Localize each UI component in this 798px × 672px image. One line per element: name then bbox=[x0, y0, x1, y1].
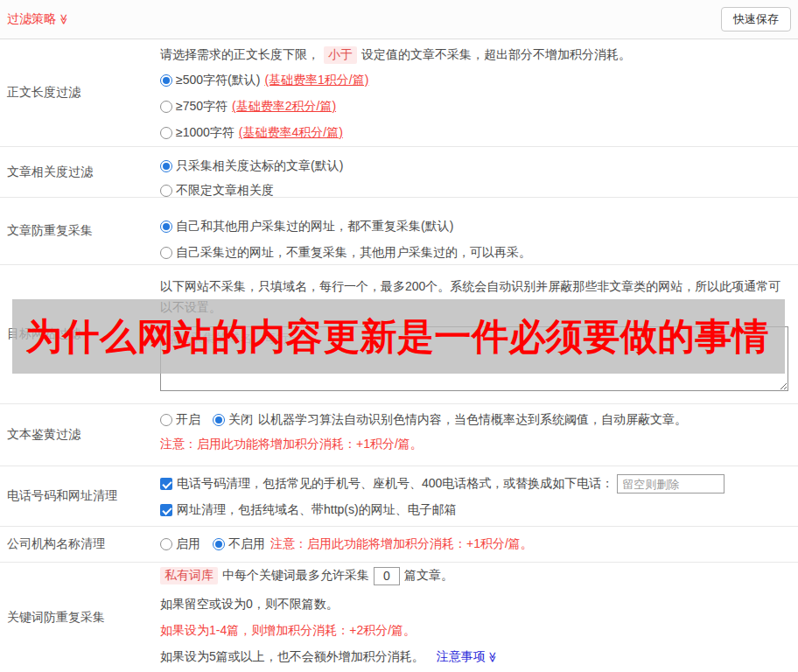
radio-option-relevance-default[interactable]: 只采集相关度达标的文章(默认) bbox=[160, 154, 791, 178]
keyword-limit-text: 中每个关键词最多允许采集 bbox=[222, 568, 369, 584]
radio-option-750[interactable]: ≥750字符 (基础费率2积分/篇) bbox=[160, 94, 791, 120]
replacement-phone-input[interactable] bbox=[617, 474, 724, 494]
section-content: 私有词库 中每个关键词最多允许采集 篇文章。 如果留空或设为0，则不限篇数。 如… bbox=[160, 563, 798, 672]
filter-strategy-page: 过滤策略 ≫ 快速保存 正文长度过滤 请选择需求的正文长度下限， 小于 设定值的… bbox=[0, 0, 798, 672]
radio-icon[interactable] bbox=[160, 414, 172, 426]
keyword-note-five-plus: 如果设为5篇或以上，也不会额外增加积分消耗。 注意事项 ≫ bbox=[160, 644, 791, 670]
radio-icon[interactable] bbox=[160, 538, 172, 550]
overlay-banner: 为什么网站的内容更新是一件必须要做的事情 bbox=[12, 299, 785, 374]
keyword-note-five-plus-text: 如果设为5篇或以上，也不会额外增加积分消耗。 bbox=[160, 649, 424, 665]
less-than-tag: 小于 bbox=[324, 46, 357, 64]
chevron-double-down-icon: ≫ bbox=[59, 14, 69, 25]
radio-label: 自己和其他用户采集过的网址，都不重复采集(默认) bbox=[176, 219, 453, 234]
radio-label: ≥750字符 bbox=[176, 99, 228, 115]
radio-label: 不限定文章相关度 bbox=[176, 183, 274, 199]
radio-label: ≥500字符(默认) bbox=[176, 73, 260, 88]
radio-label: 自己采集过的网址，不重复采集，其他用户采集过的，可以再采。 bbox=[176, 245, 531, 261]
top-bar: 过滤策略 ≫ 快速保存 bbox=[0, 0, 798, 39]
keyword-note-unlimited: 如果留空或设为0，则不限篇数。 bbox=[160, 592, 791, 618]
section-porn-filter: 文本鉴黄过滤 开启 关闭 以机器学习算法自动识别色情内容，当色情概率达到系统阈值… bbox=[0, 404, 798, 466]
radio-option-500[interactable]: ≥500字符(默认) (基础费率1积分/篇) bbox=[160, 67, 791, 94]
company-cost-note: 注意：启用此功能将增加积分消耗：+1积分/篇。 bbox=[270, 536, 533, 552]
notes-link[interactable]: 注意事项 ≫ bbox=[437, 649, 499, 665]
section-label: 文章相关度过滤 bbox=[0, 147, 160, 197]
radio-label: 只采集相关度达标的文章(默认) bbox=[176, 158, 343, 174]
checkbox-label: 电话号码清理，包括常见的手机号、座机号、400电话格式，或替换成如下电话： bbox=[177, 476, 613, 492]
radio-label: ≥1000字符 bbox=[176, 125, 234, 141]
section-label: 关键词防重复采集 bbox=[0, 563, 160, 672]
length-intro-pre: 请选择需求的正文长度下限， bbox=[160, 47, 319, 63]
radio-label-disable[interactable]: 不启用 bbox=[228, 536, 265, 552]
page-title[interactable]: 过滤策略 ≫ bbox=[7, 11, 70, 27]
radio-option-dedup-own[interactable]: 自己采集过的网址，不重复采集，其他用户采集过的，可以再采。 bbox=[160, 240, 791, 266]
chevron-double-down-icon: ≫ bbox=[487, 652, 498, 663]
checkbox-checked-icon[interactable] bbox=[160, 478, 172, 490]
length-intro: 请选择需求的正文长度下限， 小于 设定值的文章不采集，超出部分不增加积分消耗。 bbox=[160, 43, 791, 67]
section-label: 电话号码和网址清理 bbox=[0, 466, 160, 526]
radio-icon[interactable] bbox=[160, 220, 172, 233]
section-relevance-filter: 文章相关度过滤 只采集相关度达标的文章(默认) 不限定文章相关度 bbox=[0, 147, 798, 198]
notes-link-text: 注意事项 bbox=[437, 649, 486, 665]
section-content: 只采集相关度达标的文章(默认) 不限定文章相关度 bbox=[160, 147, 798, 197]
fee-note: (基础费率1积分/篇) bbox=[264, 73, 368, 88]
section-company-name-cleanup: 公司机构名称清理 启用 不启用 注意：启用此功能将增加积分消耗：+1积分/篇。 bbox=[0, 527, 798, 563]
keyword-limit-line: 私有词库 中每个关键词最多允许采集 篇文章。 bbox=[160, 564, 791, 587]
section-label: 文章防重复采集 bbox=[0, 198, 160, 264]
section-body-length-filter: 正文长度过滤 请选择需求的正文长度下限， 小于 设定值的文章不采集，超出部分不增… bbox=[0, 39, 798, 147]
section-content: 启用 不启用 注意：启用此功能将增加积分消耗：+1积分/篇。 bbox=[160, 527, 798, 562]
keyword-limit-input[interactable] bbox=[374, 567, 400, 585]
radio-label-off[interactable]: 关闭 bbox=[228, 412, 253, 428]
page-title-text: 过滤策略 bbox=[7, 11, 56, 27]
section-content: 自己和其他用户采集过的网址，都不重复采集(默认) 自己采集过的网址，不重复采集，… bbox=[160, 198, 798, 264]
radio-icon[interactable] bbox=[160, 247, 172, 259]
section-content: 开启 关闭 以机器学习算法自动识别色情内容，当色情概率达到系统阈值，自动屏蔽文章… bbox=[160, 404, 798, 466]
section-keyword-dedup: 关键词防重复采集 私有词库 中每个关键词最多允许采集 篇文章。 如果留空或设为0… bbox=[0, 563, 798, 672]
section-dedup-collection: 文章防重复采集 自己和其他用户采集过的网址，都不重复采集(默认) 自己采集过的网… bbox=[0, 198, 798, 265]
overlay-banner-text: 为什么网站的内容更新是一件必须要做的事情 bbox=[12, 318, 769, 355]
section-label: 公司机构名称清理 bbox=[0, 527, 160, 562]
porn-cost-note: 注意：启用此功能将增加积分消耗：+1积分/篇。 bbox=[160, 432, 791, 457]
section-phone-url-cleanup: 电话号码和网址清理 电话号码清理，包括常见的手机号、座机号、400电话格式，或替… bbox=[0, 466, 798, 527]
radio-icon[interactable] bbox=[213, 414, 225, 426]
radio-icon[interactable] bbox=[160, 185, 172, 197]
checkbox-label: 网址清理，包括纯域名、带http(s)的网址、电子邮箱 bbox=[177, 502, 457, 518]
radio-label-enable[interactable]: 启用 bbox=[176, 536, 200, 552]
fee-note: (基础费率2积分/篇) bbox=[232, 99, 336, 115]
quick-save-button[interactable]: 快速保存 bbox=[721, 7, 791, 32]
section-label: 文本鉴黄过滤 bbox=[0, 404, 160, 466]
radio-icon[interactable] bbox=[160, 127, 172, 139]
radio-icon[interactable] bbox=[160, 74, 172, 87]
porn-options-line: 开启 关闭 以机器学习算法自动识别色情内容，当色情概率达到系统阈值，自动屏蔽文章… bbox=[160, 408, 791, 432]
radio-option-dedup-all[interactable]: 自己和其他用户采集过的网址，都不重复采集(默认) bbox=[160, 214, 791, 240]
radio-icon[interactable] bbox=[160, 101, 172, 113]
keyword-note-cost: 如果设为1-4篇，则增加积分消耗：+2积分/篇。 bbox=[160, 618, 791, 644]
radio-icon[interactable] bbox=[160, 160, 172, 172]
fee-note: (基础费率4积分/篇) bbox=[239, 125, 343, 141]
phone-cleanup-option[interactable]: 电话号码清理，包括常见的手机号、座机号、400电话格式，或替换成如下电话： bbox=[160, 471, 791, 497]
section-content: 电话号码清理，包括常见的手机号、座机号、400电话格式，或替换成如下电话： 网址… bbox=[160, 466, 798, 526]
radio-icon[interactable] bbox=[213, 538, 225, 550]
section-label: 正文长度过滤 bbox=[0, 39, 160, 146]
length-intro-post: 设定值的文章不采集，超出部分不增加积分消耗。 bbox=[361, 47, 631, 63]
radio-label-on[interactable]: 开启 bbox=[176, 412, 200, 428]
porn-description: 以机器学习算法自动识别色情内容，当色情概率达到系统阈值，自动屏蔽文章。 bbox=[258, 412, 687, 428]
private-lexicon-tag[interactable]: 私有词库 bbox=[160, 567, 218, 584]
checkbox-checked-icon[interactable] bbox=[160, 504, 172, 516]
url-cleanup-option[interactable]: 网址清理，包括纯域名、带http(s)的网址、电子邮箱 bbox=[160, 497, 791, 523]
keyword-limit-suffix: 篇文章。 bbox=[404, 568, 453, 584]
radio-option-1000[interactable]: ≥1000字符 (基础费率4积分/篇) bbox=[160, 120, 791, 146]
section-content: 请选择需求的正文长度下限， 小于 设定值的文章不采集，超出部分不增加积分消耗。 … bbox=[160, 39, 798, 146]
